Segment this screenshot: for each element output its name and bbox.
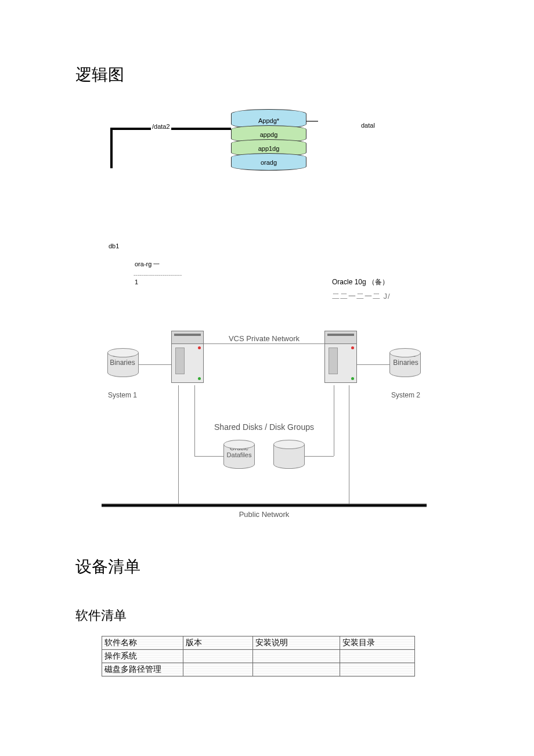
conn-s2-disk-v	[334, 385, 334, 456]
oracle-10g-label: Oracle 10g （备）	[331, 277, 390, 287]
cell	[183, 650, 253, 663]
disk-oradg: oradg	[231, 153, 306, 171]
th-software-name: 软件名称	[102, 636, 183, 650]
vcs-private-label: VCS Private Network	[204, 334, 324, 343]
conn-bin-left	[139, 364, 171, 365]
server-system2	[324, 331, 357, 385]
ora-rg-label: ora-rg 一	[134, 260, 161, 269]
cell	[340, 663, 415, 677]
logic-diagram: Appdg* appdg app1dg oradg /data2 datal d…	[75, 109, 459, 306]
db1-label: db1	[107, 243, 120, 249]
table-row: 软件名称 版本 安装说明 安装目录	[102, 636, 415, 650]
cell	[253, 663, 340, 677]
glyph-row: 二二一二一二 J/	[331, 291, 392, 302]
dash-separator: -------------------------	[134, 272, 182, 278]
one-label: 1	[134, 278, 139, 285]
table-row: 磁盘多路径管理	[102, 663, 415, 677]
cell	[183, 663, 253, 677]
cylinder-datafiles-right	[273, 440, 305, 471]
th-version: 版本	[183, 636, 253, 650]
connector-left-v	[110, 128, 113, 168]
disk-stack: Appdg* appdg app1dg oradg	[231, 109, 306, 171]
software-table: 软件名称 版本 安装说明 安装目录 操作系统 磁盘多路径管理	[102, 636, 415, 677]
cell	[340, 650, 415, 663]
shared-disks-label: Shared Disks / Disk Groups	[189, 422, 340, 432]
conn-s1-disk-v	[194, 385, 195, 456]
vcs-network-diagram: Oracle Binaries System 1 Oracle Binaries…	[102, 324, 427, 515]
server-system1	[171, 331, 204, 385]
cell-multipath: 磁盘多路径管理	[102, 663, 183, 677]
conn-s2-pub	[349, 385, 349, 504]
conn-s1-pub	[178, 385, 179, 504]
heading-equipment-list: 设备清单	[75, 556, 459, 578]
conn-s2-disk-h	[305, 456, 334, 457]
system1-label: System 1	[102, 391, 143, 399]
data2-label: /data2	[151, 123, 171, 130]
vcs-private-line	[204, 343, 324, 344]
th-install-dir: 安装目录	[340, 636, 415, 650]
th-install-notes: 安装说明	[253, 636, 340, 650]
connector-right-h	[306, 121, 318, 122]
system2-label: System 2	[385, 391, 427, 399]
conn-s1-disk-h	[194, 456, 223, 457]
public-network-label: Public Network	[102, 510, 427, 519]
conn-bin-right	[357, 364, 389, 365]
cell	[253, 650, 340, 663]
heading-logic-diagram: 逻辑图	[75, 64, 459, 86]
table-row: 操作系统	[102, 650, 415, 663]
datal-label: datal	[360, 122, 376, 129]
cell-os: 操作系统	[102, 650, 183, 663]
public-network-bar	[102, 504, 427, 507]
heading-software-list: 软件清单	[75, 607, 459, 624]
